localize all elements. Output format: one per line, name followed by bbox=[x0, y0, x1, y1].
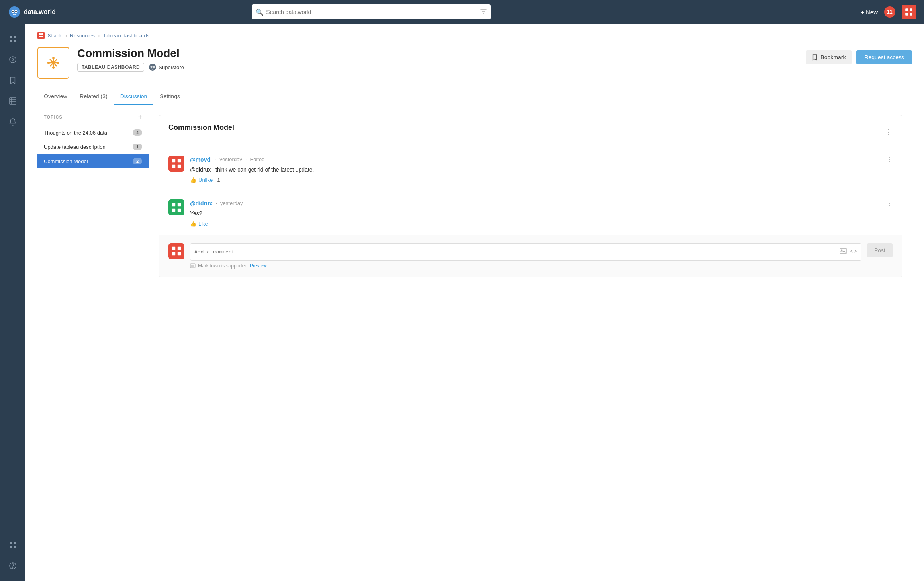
filter-icon[interactable] bbox=[480, 8, 487, 16]
svg-rect-21 bbox=[10, 546, 12, 548]
sidebar-item-grid[interactable] bbox=[4, 30, 22, 48]
left-sidebar bbox=[0, 24, 25, 581]
comment-input-wrapper: Markdown is supported Preview bbox=[190, 243, 861, 269]
comment-2-sep: · bbox=[215, 200, 217, 206]
workspace-name: Superstore bbox=[159, 64, 184, 70]
like-button-2[interactable]: 👍 Like bbox=[190, 221, 208, 227]
code-icon[interactable] bbox=[850, 248, 857, 256]
like-count-1: · 1 bbox=[214, 177, 220, 183]
svg-rect-45 bbox=[172, 203, 175, 206]
svg-rect-51 bbox=[172, 252, 175, 255]
sidebar-item-bell[interactable] bbox=[4, 113, 22, 131]
discussion-menu-button[interactable]: ⋮ bbox=[885, 128, 893, 135]
svg-point-40 bbox=[153, 66, 155, 68]
topic-name-commission: Commission Model bbox=[44, 158, 133, 164]
svg-rect-52 bbox=[178, 252, 181, 255]
svg-rect-44 bbox=[178, 165, 181, 168]
svg-point-36 bbox=[47, 62, 50, 64]
comment-1-body: @movdi · yesterday · Edited ⋮ @didrux I … bbox=[190, 156, 893, 183]
tab-overview[interactable]: Overview bbox=[37, 88, 73, 105]
avatar-didrux bbox=[168, 199, 184, 215]
svg-rect-11 bbox=[10, 40, 12, 42]
svg-rect-42 bbox=[178, 159, 181, 162]
svg-rect-48 bbox=[178, 209, 181, 212]
discussion-title-area: Commission Model ⋮ bbox=[159, 115, 902, 140]
comment-1-edited: Edited bbox=[250, 156, 265, 162]
bookmark-button[interactable]: Bookmark bbox=[806, 50, 852, 64]
topics-title: TOPICS bbox=[44, 115, 63, 119]
new-button[interactable]: + New bbox=[861, 9, 878, 16]
topic-name-thoughts: Thoughts on the 24.06 data bbox=[44, 130, 133, 136]
comment-2-text: Yes? bbox=[190, 209, 893, 218]
svg-rect-41 bbox=[172, 159, 175, 162]
current-user-avatar bbox=[168, 243, 184, 259]
topic-item-update[interactable]: Update tableau description 1 bbox=[37, 140, 149, 154]
svg-point-34 bbox=[52, 57, 55, 59]
sidebar-bottom bbox=[4, 536, 22, 575]
request-access-button[interactable]: Request access bbox=[856, 50, 912, 64]
svg-rect-27 bbox=[39, 36, 41, 37]
comment-1-actions: 👍 Unlike · 1 bbox=[190, 177, 893, 183]
input-icons bbox=[840, 248, 857, 256]
comment-2-menu[interactable]: ⋮ bbox=[886, 199, 893, 207]
svg-point-4 bbox=[15, 11, 17, 12]
preview-link[interactable]: Preview bbox=[250, 263, 267, 269]
comment-1-time: · bbox=[215, 156, 217, 162]
svg-rect-26 bbox=[41, 33, 43, 35]
svg-rect-43 bbox=[172, 165, 175, 168]
comment-1: @movdi · yesterday · Edited ⋮ @didrux I … bbox=[168, 148, 893, 191]
resource-title: Commission Model bbox=[77, 47, 798, 60]
type-badge: TABLEAU DASHBOARD bbox=[77, 63, 144, 72]
svg-point-35 bbox=[52, 66, 55, 69]
topic-name-update: Update tableau description bbox=[44, 144, 133, 150]
comment-1-menu[interactable]: ⋮ bbox=[886, 156, 893, 163]
resource-meta: TABLEAU DASHBOARD Superstore bbox=[77, 63, 798, 72]
topics-add-button[interactable]: + bbox=[138, 113, 142, 121]
svg-point-33 bbox=[52, 61, 55, 64]
notifications-badge[interactable]: 11 bbox=[884, 6, 895, 18]
svg-rect-15 bbox=[10, 98, 16, 104]
svg-point-39 bbox=[151, 66, 153, 68]
breadcrumb-section[interactable]: Resources bbox=[70, 33, 95, 39]
topic-item-commission[interactable]: Commission Model 2 bbox=[37, 154, 149, 168]
workspace-badge[interactable]: Superstore bbox=[149, 64, 184, 71]
sidebar-item-bookmark[interactable] bbox=[4, 72, 22, 89]
sidebar-item-compass[interactable] bbox=[4, 51, 22, 68]
comment-input[interactable] bbox=[194, 249, 840, 255]
breadcrumb-page[interactable]: Tableau dashboards bbox=[103, 33, 149, 39]
topics-sidebar: TOPICS + Thoughts on the 24.06 data 4 Up… bbox=[37, 105, 149, 304]
sidebar-item-apps[interactable] bbox=[4, 536, 22, 554]
tab-settings[interactable]: Settings bbox=[153, 88, 186, 105]
tab-discussion[interactable]: Discussion bbox=[114, 88, 154, 105]
sidebar-item-help[interactable] bbox=[4, 557, 22, 575]
unlike-button-1[interactable]: 👍 Unlike bbox=[190, 177, 213, 183]
user-avatar-nav[interactable] bbox=[902, 5, 916, 19]
comment-1-timestamp: yesterday bbox=[220, 156, 242, 162]
post-button[interactable]: Post bbox=[867, 243, 893, 257]
breadcrumb-org[interactable]: 8bank bbox=[48, 33, 62, 39]
svg-rect-46 bbox=[178, 203, 181, 206]
comment-2-header: @didrux · yesterday ⋮ bbox=[190, 199, 893, 207]
top-navigation: data.world 🔍 + New 11 bbox=[0, 0, 924, 24]
comment-1-text: @didrux I think we can get rid of the la… bbox=[190, 166, 893, 174]
main-content: 8bank › Resources › Tableau dashboards C… bbox=[25, 24, 924, 581]
tabs: Overview Related (3) Discussion Settings bbox=[37, 88, 912, 105]
comment-1-user: @movdi bbox=[190, 156, 212, 163]
svg-rect-47 bbox=[172, 209, 175, 212]
image-icon[interactable] bbox=[840, 248, 847, 256]
nav-right: + New 11 bbox=[861, 5, 916, 19]
markdown-note: Markdown is supported Preview bbox=[190, 263, 861, 269]
tab-related[interactable]: Related (3) bbox=[73, 88, 114, 105]
discussion-main: Commission Model ⋮ bbox=[149, 105, 912, 304]
topic-item-thoughts[interactable]: Thoughts on the 24.06 data 4 bbox=[37, 125, 149, 140]
logo[interactable]: data.world bbox=[8, 6, 64, 18]
sidebar-item-table[interactable] bbox=[4, 92, 22, 110]
comment-2-actions: 👍 Like bbox=[190, 221, 893, 227]
svg-rect-5 bbox=[905, 8, 908, 11]
svg-rect-6 bbox=[910, 8, 912, 11]
resource-header: Commission Model TABLEAU DASHBOARD Super… bbox=[37, 47, 912, 79]
svg-rect-7 bbox=[905, 13, 908, 16]
svg-point-13 bbox=[10, 57, 16, 63]
search-input[interactable] bbox=[252, 4, 491, 19]
svg-rect-25 bbox=[39, 33, 41, 35]
